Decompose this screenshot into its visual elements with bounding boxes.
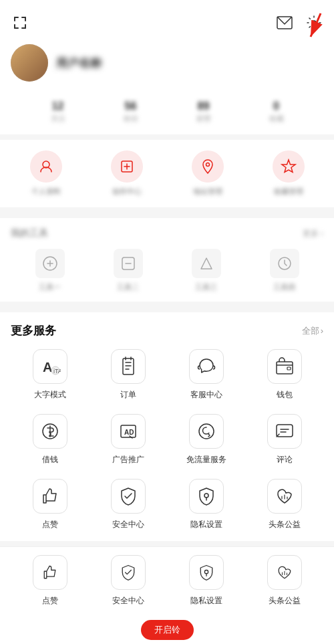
settings-icon[interactable] xyxy=(305,13,323,32)
borrow-icon xyxy=(33,414,67,449)
tool-label-3: 工具三 xyxy=(195,282,217,292)
customer-label: 客服中心 xyxy=(190,389,222,401)
big-font-icon: A iTA xyxy=(33,349,67,384)
service-label-2: 创作中心 xyxy=(112,187,142,197)
bottom-service-like[interactable]: 点赞 xyxy=(17,555,84,607)
service-section: 个人资料 创作中心 地址管理 xyxy=(0,140,334,207)
services-grid: A iTA 大字模式 xyxy=(11,349,323,530)
avatar xyxy=(11,44,48,82)
more-services-all-button[interactable]: 全部 › xyxy=(302,325,323,337)
tool-label-4: 工具四 xyxy=(273,282,295,292)
svg-text:A: A xyxy=(43,360,52,374)
tool-item-4[interactable]: 工具四 xyxy=(258,249,311,292)
service-comment[interactable]: 评论 xyxy=(251,414,318,465)
service-item-4[interactable]: 收藏管理 xyxy=(262,150,315,197)
services-row-3: 点赞 安全中心 xyxy=(11,479,323,530)
charity-icon xyxy=(267,479,302,514)
comment-label: 评论 xyxy=(277,454,293,465)
bottom-service-privacy[interactable]: 隐私设置 xyxy=(173,555,240,607)
profile-name: 用户名称 xyxy=(56,56,102,71)
stat-fans[interactable]: 56 粉丝 xyxy=(124,100,138,124)
wallet-label: 钱包 xyxy=(277,389,293,401)
comment-icon xyxy=(267,414,302,449)
bottom-privacy-icon xyxy=(189,555,224,590)
tools-section: 我的工具 更多 › 工具一 工 xyxy=(0,218,334,302)
stat-likes[interactable]: 89 获赞 xyxy=(196,100,211,124)
more-services-section: 更多服务 全部 › A iTA 大字模式 xyxy=(0,312,334,541)
service-privacy[interactable]: 隐私设置 xyxy=(173,479,240,530)
tool-icon-2 xyxy=(114,249,143,278)
service-borrow[interactable]: 借钱 xyxy=(17,414,84,465)
tools-more[interactable]: 更多 › xyxy=(303,228,323,239)
services-row-1: A iTA 大字模式 xyxy=(11,349,323,401)
stat-favorites[interactable]: 0 收藏 xyxy=(269,100,284,124)
flow-label: 免流量服务 xyxy=(186,454,226,465)
order-icon xyxy=(111,349,146,384)
like-icon xyxy=(33,479,67,514)
svg-text:AD: AD xyxy=(124,429,134,436)
scan-icon[interactable] xyxy=(11,13,29,32)
tool-icon-3 xyxy=(192,249,221,278)
service-item-1[interactable]: 个人资料 xyxy=(19,150,73,197)
customer-icon xyxy=(189,349,224,384)
svg-rect-5 xyxy=(14,24,15,29)
profile-section: 用户名称 xyxy=(11,35,323,92)
tool-item-1[interactable]: 工具一 xyxy=(23,249,77,292)
service-customer[interactable]: 客服中心 xyxy=(173,349,240,401)
service-security[interactable]: 安全中心 xyxy=(95,479,162,530)
charity-label: 头条公益 xyxy=(269,519,301,530)
like-label: 点赞 xyxy=(42,519,58,530)
borrow-label: 借钱 xyxy=(42,454,58,465)
tool-item-2[interactable]: 工具二 xyxy=(102,249,155,292)
service-item-3[interactable]: 地址管理 xyxy=(181,150,234,197)
bottom-security-label: 安全中心 xyxy=(112,595,144,607)
svg-rect-3 xyxy=(25,17,26,21)
svg-rect-20 xyxy=(123,358,134,374)
service-ad[interactable]: AD 广告推广 xyxy=(95,414,162,465)
svg-rect-22 xyxy=(287,367,291,370)
stat-following[interactable]: 12 关注 xyxy=(51,100,65,124)
ad-icon: AD xyxy=(111,414,146,449)
service-charity[interactable]: 头条公益 xyxy=(251,479,318,530)
bottom-service-charity[interactable]: 头条公益 xyxy=(251,555,318,607)
bottom-security-icon xyxy=(111,555,146,590)
service-big-font[interactable]: A iTA 大字模式 xyxy=(17,349,84,401)
tool-item-3[interactable]: 工具三 xyxy=(180,249,233,292)
more-services-title: 更多服务 xyxy=(11,323,56,338)
tool-icon-4 xyxy=(270,249,299,278)
tools-title: 我的工具 xyxy=(11,227,48,239)
bottom-privacy-label: 隐私设置 xyxy=(190,595,222,607)
security-icon xyxy=(111,479,146,514)
bottom-charity-label: 头条公益 xyxy=(269,595,301,607)
bottom-service-security[interactable]: 安全中心 xyxy=(95,555,162,607)
service-order[interactable]: 订单 xyxy=(95,349,162,401)
svg-point-28 xyxy=(204,494,208,498)
bottom-charity-icon xyxy=(267,555,302,590)
svg-text:iTA: iTA xyxy=(53,368,61,374)
mail-icon[interactable] xyxy=(275,13,294,32)
service-like[interactable]: 点赞 xyxy=(17,479,84,530)
order-label: 订单 xyxy=(120,389,136,401)
tool-label-2: 工具二 xyxy=(117,282,139,292)
wallet-icon xyxy=(267,349,302,384)
bottom-like-label: 点赞 xyxy=(42,595,58,607)
service-icon-3 xyxy=(192,150,224,183)
red-pill-button[interactable]: 开启铃 xyxy=(141,620,194,640)
tool-label-1: 工具一 xyxy=(39,282,61,292)
service-icon-1 xyxy=(30,150,62,183)
service-flow[interactable]: 免流量服务 xyxy=(173,414,240,465)
svg-point-9 xyxy=(312,21,316,25)
service-item-2[interactable]: 创作中心 xyxy=(100,150,154,197)
flow-icon xyxy=(189,414,224,449)
service-icon-2 xyxy=(111,150,143,183)
service-label-3: 地址管理 xyxy=(193,187,222,197)
svg-point-13 xyxy=(206,163,209,167)
stats-row: 12 关注 56 粉丝 89 获赞 0 收藏 xyxy=(11,92,323,134)
service-icon-4 xyxy=(273,150,305,183)
ad-label: 广告推广 xyxy=(112,454,144,465)
service-label-4: 收藏管理 xyxy=(274,187,303,197)
privacy-label: 隐私设置 xyxy=(190,519,222,530)
svg-rect-7 xyxy=(25,24,26,29)
bottom-like-icon xyxy=(33,555,67,590)
service-wallet[interactable]: 钱包 xyxy=(251,349,318,401)
